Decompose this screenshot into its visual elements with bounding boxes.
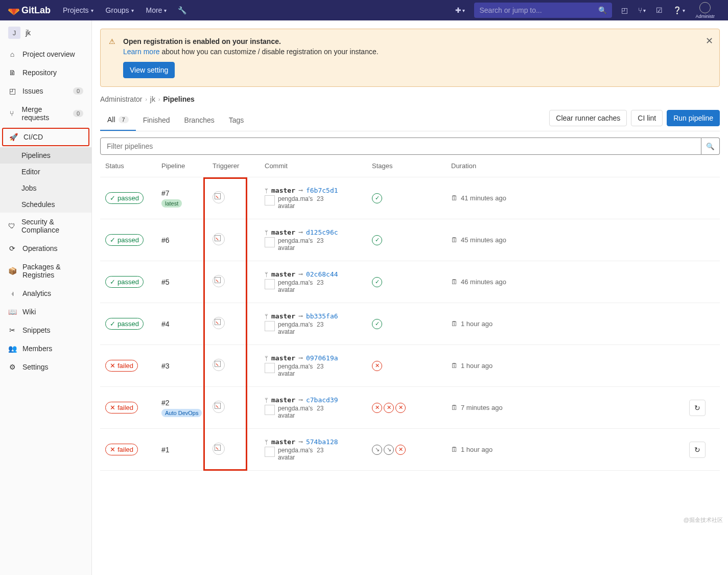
sidebar-item-merge-requests[interactable]: ⑂Merge requests0 (0, 100, 91, 127)
sidebar-item-members[interactable]: 👥Members (0, 339, 91, 358)
crumb-project[interactable]: jk (150, 95, 155, 103)
crumb-admin[interactable]: Administrator (100, 95, 142, 103)
merge-requests-icon[interactable]: ⑂ ▾ (633, 6, 651, 14)
sidebar-item-snippets[interactable]: ✂Snippets (0, 321, 91, 339)
gitlab-logo[interactable]: GitLab (8, 5, 51, 16)
status-badge[interactable]: ✕ failed (105, 444, 138, 455)
search-icon[interactable]: 🔍 (598, 6, 607, 14)
sidebar-item-overview[interactable]: ⌂Project overview (0, 45, 91, 63)
branch-name[interactable]: master (271, 270, 295, 278)
nav-more[interactable]: More▾ (140, 6, 173, 14)
sidebar-item-issues[interactable]: ◰Issues0 (0, 82, 91, 100)
tab-finished[interactable]: Finished (136, 110, 177, 130)
branch-name[interactable]: master (271, 187, 295, 194)
sidebar-item-wiki[interactable]: 📖Wiki (0, 303, 91, 321)
commit-sha-link[interactable]: 0970619a (306, 354, 338, 362)
pipeline-id-link[interactable]: #3 (161, 362, 170, 370)
branch-name[interactable]: master (271, 396, 295, 404)
view-setting-button[interactable]: View setting (123, 62, 175, 78)
search-input[interactable] (479, 6, 598, 14)
pipeline-id-link[interactable]: #7 (161, 189, 170, 197)
stage-fail-icon[interactable]: ✕ (384, 403, 394, 413)
status-badge[interactable]: ✓ passed (105, 192, 144, 204)
tab-branches[interactable]: Branches (177, 110, 222, 130)
todos-icon[interactable]: ☑ (651, 6, 668, 14)
stage-fail-icon[interactable]: ✕ (395, 445, 406, 455)
pipeline-id-link[interactable]: #5 (161, 278, 170, 286)
commit-sha-link[interactable]: f6b7c5d1 (306, 187, 338, 194)
pipeline-id-link[interactable]: #4 (161, 320, 170, 328)
sidebar-sub-schedules[interactable]: Schedules (0, 196, 91, 213)
triggerer-avatar[interactable] (213, 359, 225, 371)
project-header[interactable]: J jk (0, 20, 91, 45)
triggerer-avatar[interactable] (213, 191, 225, 203)
sidebar-item-security[interactable]: 🛡Security & Compliance (0, 213, 91, 239)
sidebar-item-cicd[interactable]: 🚀CI/CD (2, 128, 89, 146)
run-pipeline-button[interactable]: Run pipeline (667, 110, 720, 126)
sidebar-sub-pipelines[interactable]: Pipelines (0, 147, 91, 164)
status-badge[interactable]: ✓ passed (105, 276, 144, 288)
stage-skip-icon[interactable]: ↘ (372, 445, 382, 455)
pipeline-id-link[interactable]: #1 (161, 446, 170, 454)
duration-text: 1 hour ago (461, 362, 492, 370)
triggerer-avatar[interactable] (213, 401, 225, 413)
wrench-icon[interactable]: 🔧 (173, 6, 192, 14)
author-avatar (265, 237, 275, 247)
status-icon: ✓ (110, 320, 115, 328)
stage-fail-icon[interactable]: ✕ (395, 403, 406, 413)
stage-skip-icon[interactable]: ↘ (384, 445, 394, 455)
sidebar-item-settings[interactable]: ⚙Settings (0, 358, 91, 376)
sidebar-sub-editor[interactable]: Editor (0, 164, 91, 180)
pipeline-id-link[interactable]: #2 (161, 399, 170, 407)
plus-icon[interactable]: ✚ ▾ (450, 6, 470, 14)
branch-name[interactable]: master (271, 438, 295, 446)
triggerer-avatar[interactable] (213, 275, 225, 287)
user-menu[interactable]: Administr (690, 2, 720, 19)
status-badge[interactable]: ✓ passed (105, 234, 144, 246)
sidebar-item-analytics[interactable]: ⫞Analytics (0, 284, 91, 303)
triggerer-avatar[interactable] (213, 233, 225, 245)
commit-sha-link[interactable]: d125c96c (306, 228, 338, 236)
status-badge[interactable]: ✕ failed (105, 402, 138, 413)
stage-fail-icon[interactable]: ✕ (372, 403, 382, 413)
branch-name[interactable]: master (271, 312, 295, 320)
search-box[interactable]: 🔍 (474, 3, 612, 18)
status-badge[interactable]: ✓ passed (105, 318, 144, 330)
sidebar-item-repository[interactable]: 🗎Repository (0, 63, 91, 82)
ci-lint-button[interactable]: CI lint (631, 110, 663, 126)
author-name: pengda.ma's avatar (278, 447, 314, 461)
learn-more-link[interactable]: Learn more (123, 48, 160, 56)
tab-all[interactable]: All7 (100, 109, 136, 131)
filter-search-button[interactable]: 🔍 (701, 137, 720, 155)
pipeline-id-link[interactable]: #6 (161, 236, 170, 244)
close-icon[interactable]: ✕ (706, 35, 713, 47)
retry-button[interactable]: ↻ (689, 400, 706, 416)
triggerer-avatar[interactable] (213, 443, 225, 455)
branch-name[interactable]: master (271, 228, 295, 236)
triggerer-avatar[interactable] (213, 317, 225, 329)
help-icon[interactable]: ❔▾ (668, 6, 690, 14)
stage-ok-icon[interactable]: ✓ (372, 319, 382, 329)
commit-sha-link[interactable]: 02c68c44 (306, 270, 338, 278)
commit-sha-link[interactable]: c7bacd39 (306, 396, 338, 404)
sidebar-item-packages[interactable]: 📦Packages & Registries (0, 258, 91, 284)
stages-cell: ✓ (372, 319, 451, 329)
tab-tags[interactable]: Tags (222, 110, 251, 130)
stage-fail-icon[interactable]: ✕ (372, 361, 382, 371)
sidebar-item-operations[interactable]: ⟳Operations (0, 239, 91, 258)
nav-projects[interactable]: Projects▾ (57, 6, 100, 14)
sidebar-sub-jobs[interactable]: Jobs (0, 180, 91, 196)
clear-caches-button[interactable]: Clear runner caches (549, 110, 627, 126)
commit-sha-link[interactable]: bb335fa6 (306, 312, 338, 320)
issues-icon[interactable]: ◰ (616, 6, 633, 14)
stage-ok-icon[interactable]: ✓ (372, 235, 382, 245)
stage-ok-icon[interactable]: ✓ (372, 193, 382, 203)
calendar-icon: 🗓 (451, 236, 458, 244)
stage-ok-icon[interactable]: ✓ (372, 277, 382, 287)
nav-groups[interactable]: Groups▾ (100, 6, 140, 14)
retry-button[interactable]: ↻ (689, 442, 706, 458)
filter-input[interactable] (100, 137, 701, 155)
commit-sha-link[interactable]: 574ba128 (306, 438, 338, 446)
branch-name[interactable]: master (271, 354, 295, 362)
status-badge[interactable]: ✕ failed (105, 360, 138, 372)
